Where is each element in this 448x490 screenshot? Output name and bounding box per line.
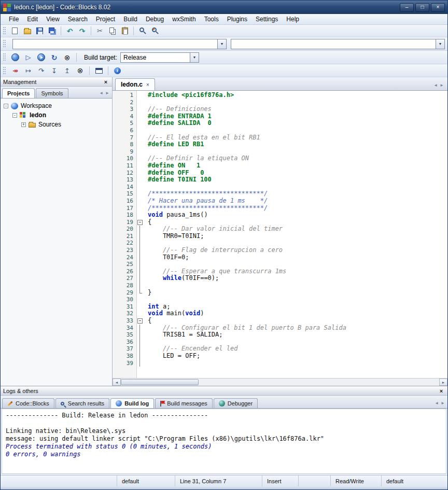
code-line-12[interactable]: 12#define OFF 0 — [113, 170, 447, 177]
save-button[interactable] — [34, 25, 46, 37]
line-number[interactable]: 11 — [113, 162, 136, 170]
build-button[interactable] — [9, 52, 21, 63]
line-number[interactable]: 32 — [113, 310, 136, 317]
code-line-15[interactable]: 15/******************************/ — [113, 190, 447, 198]
run-to-cursor-button[interactable]: ↦ — [22, 65, 34, 76]
collapse-icon[interactable]: - — [12, 113, 17, 118]
code-line-34[interactable]: 34 //-- Configurar el bit 1 del puerto B… — [113, 325, 447, 332]
debug-continue-button[interactable]: ↠ — [9, 65, 21, 76]
line-number[interactable]: 9 — [113, 148, 136, 156]
code-line-4[interactable]: 4#define ENTRADA 1 — [113, 113, 447, 120]
code-line-23[interactable]: 23 //-- Flag de interrupcion a cero — [113, 247, 447, 254]
step-out-button[interactable]: ↥ — [61, 65, 73, 76]
menu-view[interactable]: View — [42, 15, 64, 24]
menu-debug[interactable]: Debug — [142, 15, 168, 24]
code-line-30[interactable]: 30 — [113, 296, 447, 303]
replace-button[interactable] — [149, 25, 161, 37]
code-line-24[interactable]: 24 T0IF=0; — [113, 254, 447, 261]
tree-item-sources[interactable]: +Sources — [1, 120, 112, 129]
scroll-left-icon[interactable]: ◄ — [113, 379, 121, 386]
line-number[interactable]: 37 — [113, 345, 136, 353]
line-number[interactable]: 28 — [113, 282, 136, 289]
line-number[interactable]: 8 — [113, 141, 136, 148]
code-line-31[interactable]: 31int a; — [113, 303, 447, 311]
line-number[interactable]: 1 — [113, 92, 136, 99]
toolbar-grip[interactable] — [3, 27, 6, 35]
fold-collapse-icon[interactable] — [136, 317, 144, 325]
tab-projects[interactable]: Projects — [2, 88, 35, 98]
code-line-29[interactable]: 29} — [113, 289, 447, 297]
menu-build[interactable]: Build — [119, 15, 142, 24]
line-number[interactable]: 26 — [113, 268, 136, 275]
line-number[interactable]: 31 — [113, 303, 136, 311]
line-number[interactable]: 17 — [113, 205, 136, 212]
code-line-22[interactable]: 22 — [113, 240, 447, 247]
close-icon[interactable]: × — [102, 79, 109, 85]
new-file-button[interactable] — [9, 25, 21, 37]
code-line-21[interactable]: 21 TMR0=T0INI; — [113, 233, 447, 240]
close-icon[interactable]: × — [438, 388, 445, 394]
line-number[interactable]: 20 — [113, 226, 136, 233]
line-number[interactable]: 34 — [113, 325, 136, 332]
tab-code-blocks[interactable]: Code::Blocks — [2, 398, 54, 408]
tab-scroll-right-icon[interactable]: ► — [441, 401, 445, 405]
line-number[interactable]: 2 — [113, 99, 136, 106]
tree-item-ledon[interactable]: -ledon — [1, 110, 112, 120]
menu-plugins[interactable]: Plugins — [223, 15, 251, 24]
line-number[interactable]: 24 — [113, 254, 136, 261]
menu-file[interactable]: File — [5, 15, 23, 24]
line-number[interactable]: 36 — [113, 339, 136, 346]
line-number[interactable]: 13 — [113, 176, 136, 184]
copy-button[interactable] — [106, 25, 118, 37]
tab-scroll-right-icon[interactable]: ► — [105, 91, 109, 95]
line-number[interactable]: 7 — [113, 134, 136, 142]
code-line-35[interactable]: 35 TRISB1 = SALIDA; — [113, 331, 447, 339]
tab-build-messages[interactable]: Build messages — [155, 398, 213, 408]
line-number[interactable]: 15 — [113, 190, 136, 198]
paste-button[interactable] — [119, 25, 131, 37]
line-number[interactable]: 35 — [113, 331, 136, 339]
line-number[interactable]: 21 — [113, 233, 136, 240]
code-line-36[interactable]: 36 — [113, 339, 447, 346]
line-number[interactable]: 39 — [113, 360, 136, 367]
stop-debugger-button[interactable]: ⊗ — [74, 65, 86, 76]
code-line-13[interactable]: 13#define T0INI 100 — [113, 176, 447, 184]
line-number[interactable]: 14 — [113, 184, 136, 191]
line-number[interactable]: 10 — [113, 155, 136, 162]
find-button[interactable] — [136, 25, 148, 37]
fold-collapse-icon[interactable] — [136, 219, 144, 226]
code-line-17[interactable]: 17/******************************/ — [113, 205, 447, 212]
menu-search[interactable]: Search — [64, 15, 92, 24]
chevron-down-icon[interactable]: ▼ — [190, 53, 199, 62]
scroll-right-icon[interactable]: ► — [439, 379, 447, 386]
scrollbar-thumb[interactable] — [121, 379, 199, 385]
code-line-27[interactable]: 27 while(T0IF==0); — [113, 275, 447, 282]
debugging-windows-button[interactable] — [93, 65, 105, 76]
expand-icon[interactable]: + — [21, 122, 26, 127]
code-line-33[interactable]: 33{ — [113, 317, 447, 325]
run-button[interactable]: ▷ — [22, 52, 34, 63]
line-number[interactable]: 33 — [113, 317, 136, 325]
close-tab-icon[interactable]: × — [146, 82, 149, 88]
build-target-combo[interactable]: Release ▼ — [120, 52, 199, 63]
code-line-38[interactable]: 38 LED = OFF; — [113, 353, 447, 360]
menu-help[interactable]: Help — [282, 15, 303, 24]
toolbar-grip[interactable] — [3, 67, 6, 75]
chevron-down-icon[interactable]: ▼ — [436, 39, 444, 49]
code-line-9[interactable]: 9 — [113, 148, 447, 156]
line-number[interactable]: 4 — [113, 113, 136, 120]
line-number[interactable]: 23 — [113, 247, 136, 254]
tree-item-workspace[interactable]: -Workspace — [1, 101, 112, 110]
code-line-14[interactable]: 14 — [113, 184, 447, 191]
menu-edit[interactable]: Edit — [23, 15, 42, 24]
tab-scroll-right-icon[interactable]: ► — [440, 83, 444, 88]
maximize-button[interactable]: □ — [415, 3, 429, 12]
line-number[interactable]: 5 — [113, 120, 136, 127]
line-number[interactable]: 22 — [113, 240, 136, 247]
menu-tools[interactable]: Tools — [200, 15, 223, 24]
code-line-32[interactable]: 32void main(void) — [113, 310, 447, 317]
code-line-2[interactable]: 2 — [113, 99, 447, 106]
line-number[interactable]: 12 — [113, 170, 136, 177]
code-line-1[interactable]: 1#include <pic16f876a.h> — [113, 92, 447, 99]
titlebar[interactable]: ledon.c [ledon] - Code::Blocks 8.02 –□× — [1, 1, 447, 14]
